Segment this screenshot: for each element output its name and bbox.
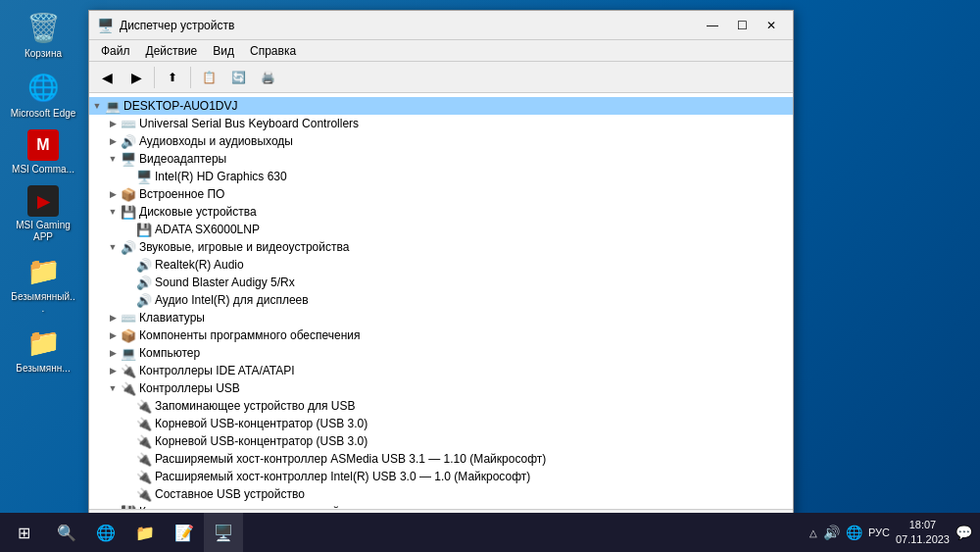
tree-root[interactable]: ▼ 💻 DESKTOP-AUO1DVJ — [89, 97, 793, 115]
root-expander: ▼ — [89, 98, 105, 114]
title-bar: 🖥️ Диспетчер устройств — ☐ ✕ — [89, 11, 793, 40]
toolbar-separator-2 — [190, 67, 191, 88]
root-label: DESKTOP-AUO1DVJ — [123, 99, 237, 113]
taskbar-search[interactable]: 🔍 — [47, 513, 86, 552]
device-manager-window: 🖥️ Диспетчер устройств — ☐ ✕ Файл Действ… — [88, 10, 794, 529]
usb-kb-expander: ▶ — [105, 116, 121, 131]
disk-expander: ▼ — [105, 204, 121, 220]
soundblaster-label: Sound Blaster Audigy 5/Rx — [155, 276, 295, 289]
tree-realtek[interactable]: ▶ 🔊 Realtek(R) Audio — [89, 256, 793, 274]
desktop: 🗑️ Корзина 🌐 Microsoft Edge M MSI Comma.… — [0, 0, 980, 552]
desktop-icon-msi-comma[interactable]: M MSI Comma... — [10, 129, 76, 176]
tree-usb-storage[interactable]: ▶ 🔌 Запоминающее устройство для USB — [89, 397, 793, 415]
soundblaster-expander: ▶ — [121, 275, 136, 290]
soundblaster-icon: 🔊 — [136, 275, 152, 290]
tree-root-hub-1[interactable]: ▶ 🔌 Корневой USB-концентратор (USB 3.0) — [89, 415, 793, 432]
tray-network[interactable]: 🌐 — [846, 525, 862, 540]
tree-audio-io[interactable]: ▶ 🔊 Аудиовходы и аудиовыходы — [89, 132, 793, 150]
menu-action[interactable]: Действие — [138, 42, 206, 60]
taskbar-clock[interactable]: 18:07 07.11.2023 — [896, 518, 950, 548]
forward-button[interactable]: ▶ — [122, 65, 150, 90]
tree-asmedia[interactable]: ▶ 🔌 Расширяемый хост-контроллер ASMedia … — [89, 450, 793, 468]
properties-button[interactable]: 📋 — [195, 65, 222, 90]
tree-intel-usb[interactable]: ▶ 🔌 Расширяемый хост-контроллер Intel(R)… — [89, 468, 793, 485]
sw-components-expander: ▶ — [105, 327, 121, 343]
tree-ide[interactable]: ▶ 🔌 Контроллеры IDE ATA/ATAPI — [89, 362, 793, 379]
tree-root-hub-2[interactable]: ▶ 🔌 Корневой USB-концентратор (USB 3.0) — [89, 432, 793, 450]
taskbar-explorer[interactable]: 📁 — [125, 513, 165, 552]
disk-icon: 💾 — [121, 204, 136, 220]
clock-time: 18:07 — [896, 518, 950, 532]
tree-computer[interactable]: ▶ 💻 Компьютер — [89, 344, 793, 362]
intel-usb-icon: 🔌 — [136, 469, 152, 484]
menu-help[interactable]: Справка — [242, 42, 304, 60]
asmedia-icon: 🔌 — [136, 451, 152, 467]
desktop-icon-unnamed2[interactable]: 📁 Безымянн... — [10, 325, 76, 375]
tree-soundblaster[interactable]: ▶ 🔊 Sound Blaster Audigy 5/Rx — [89, 274, 793, 291]
computer-expander: ▶ — [105, 345, 121, 361]
desktop-icon-msi-gaming[interactable]: ▶ MSI Gaming APP — [10, 185, 76, 243]
ide-label: Контроллеры IDE ATA/ATAPI — [139, 364, 295, 377]
toolbar: ◀ ▶ ⬆ 📋 🔄 🖨️ — [89, 62, 793, 93]
asmedia-label: Расширяемый хост-контроллер ASMedia USB … — [155, 452, 546, 466]
back-button[interactable]: ◀ — [93, 65, 121, 90]
tray-chevron[interactable]: △ — [809, 527, 817, 538]
composite-usb-label: Составное USB устройство — [155, 487, 305, 501]
usb-storage-icon: 🔌 — [136, 398, 152, 414]
print-button[interactable]: 🖨️ — [254, 65, 281, 90]
tree-usb-kb[interactable]: ▶ ⌨️ Universal Serial Bus Keyboard Contr… — [89, 115, 793, 132]
sound-icon: 🔊 — [121, 239, 136, 255]
taskbar-pinned: 🔍 🌐 📁 📝 🖥️ — [47, 513, 243, 552]
tree-composite-usb[interactable]: ▶ 🔌 Составное USB устройство — [89, 485, 793, 503]
maximize-button[interactable]: ☐ — [728, 15, 756, 36]
window-controls: — ☐ ✕ — [699, 15, 785, 36]
usb-ctrl-label: Контроллеры USB — [139, 381, 240, 395]
root-hub-1-icon: 🔌 — [136, 416, 152, 431]
tree-firmware[interactable]: ▶ 📦 Встроенное ПО — [89, 185, 793, 203]
tree-adata[interactable]: ▶ 💾 ADATA SX6000LNP — [89, 221, 793, 238]
recycle-icon: 🗑️ — [25, 10, 61, 45]
start-button[interactable]: ⊞ — [0, 513, 47, 552]
intel-usb-label: Расширяемый хост-контроллер Intel(R) USB… — [155, 470, 530, 483]
audio-io-icon: 🔊 — [121, 133, 136, 149]
taskbar-edge[interactable]: 🌐 — [86, 513, 125, 552]
intel-audio-expander: ▶ — [121, 292, 136, 308]
composite-usb-expander: ▶ — [121, 486, 136, 502]
tree-video[interactable]: ▼ 🖥️ Видеоадаптеры — [89, 150, 793, 168]
taskbar-devmgr[interactable]: 🖥️ — [204, 513, 243, 552]
desktop-icon-edge[interactable]: 🌐 Microsoft Edge — [10, 70, 76, 120]
edge-label: Microsoft Edge — [11, 108, 76, 120]
edge-icon: 🌐 — [25, 70, 61, 105]
usb-kb-label: Universal Serial Bus Keyboard Controller… — [139, 117, 359, 130]
keyboards-expander: ▶ — [105, 310, 121, 326]
video-label: Видеоадаптеры — [139, 152, 226, 166]
window-title: Диспетчер устройств — [120, 19, 699, 32]
taskbar-store[interactable]: 📝 — [165, 513, 204, 552]
tree-sound[interactable]: ▼ 🔊 Звуковые, игровые и видеоустройства — [89, 238, 793, 256]
tray-language[interactable]: РУС — [868, 527, 890, 538]
firmware-icon: 📦 — [121, 186, 136, 202]
tree-intel-audio[interactable]: ▶ 🔊 Аудио Intel(R) для дисплеев — [89, 291, 793, 309]
tree-usb-ctrl[interactable]: ▼ 🔌 Контроллеры USB — [89, 379, 793, 397]
tree-hd-graphics[interactable]: ▶ 🖥️ Intel(R) HD Graphics 630 — [89, 168, 793, 185]
tree-disk[interactable]: ▼ 💾 Дисковые устройства — [89, 203, 793, 221]
minimize-button[interactable]: — — [699, 15, 726, 36]
tree-sw-components[interactable]: ▶ 📦 Компоненты программного обеспечения — [89, 326, 793, 344]
video-icon: 🖥️ — [121, 151, 136, 167]
refresh-button[interactable]: 🔄 — [224, 65, 252, 90]
tree-keyboards[interactable]: ▶ ⌨️ Клавиатуры — [89, 309, 793, 326]
root-hub-1-label: Корневой USB-концентратор (USB 3.0) — [155, 417, 368, 430]
close-button[interactable]: ✕ — [758, 15, 785, 36]
ide-expander: ▶ — [105, 363, 121, 378]
adata-label: ADATA SX6000LNP — [155, 223, 260, 236]
msi-comma-icon: M — [27, 129, 59, 161]
menu-file[interactable]: Файл — [93, 42, 138, 60]
desktop-icon-unnamed1[interactable]: 📁 Безымянный... — [10, 253, 76, 315]
disk-label: Дисковые устройства — [139, 205, 257, 219]
device-tree[interactable]: ▼ 💻 DESKTOP-AUO1DVJ ▶ ⌨️ Universal Seria… — [89, 93, 793, 509]
desktop-icon-recycle[interactable]: 🗑️ Корзина — [10, 10, 76, 60]
up-button[interactable]: ⬆ — [159, 65, 186, 90]
notification-icon[interactable]: 💬 — [956, 525, 972, 540]
tray-volume[interactable]: 🔊 — [823, 525, 840, 540]
menu-view[interactable]: Вид — [205, 42, 242, 60]
